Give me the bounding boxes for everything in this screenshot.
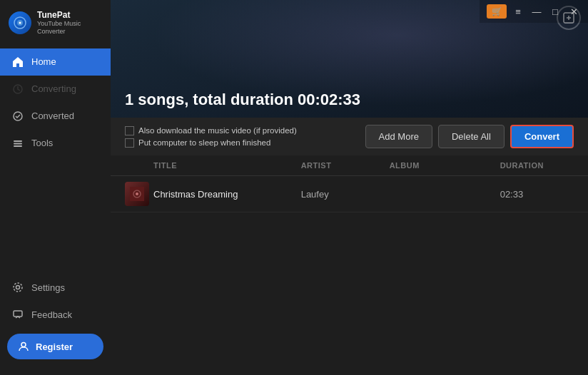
- svg-rect-10: [14, 311, 22, 317]
- track-thumb-cell: [125, 182, 153, 206]
- track-title-cell: Christmas Dreaming: [153, 189, 301, 200]
- cart-icon: 🛒: [492, 6, 502, 16]
- menu-icon: ≡: [515, 6, 521, 17]
- track-table: TITLE ARTIST ALBUM DURATION Chr: [111, 155, 588, 375]
- col-duration: DURATION: [500, 161, 574, 170]
- track-artist: Laufey: [301, 189, 329, 200]
- delete-all-button[interactable]: Delete All: [438, 125, 505, 148]
- app-title: TunePat: [37, 10, 102, 20]
- title-bar: 🛒 ≡ — □ ✕: [480, 0, 588, 23]
- minimize-button[interactable]: —: [529, 4, 544, 19]
- col-thumb: [125, 161, 153, 170]
- sidebar-item-converted-label: Converted: [31, 111, 74, 121]
- converting-icon: [11, 83, 24, 96]
- cart-button[interactable]: 🛒: [487, 4, 507, 19]
- sidebar-item-home-label: Home: [31, 56, 56, 67]
- feedback-icon: [11, 308, 24, 321]
- svg-point-8: [16, 286, 20, 289]
- register-icon: [17, 340, 30, 353]
- sidebar-item-converting-label: Converting: [31, 83, 76, 94]
- close-icon: ✕: [570, 6, 578, 17]
- sidebar-item-settings-label: Settings: [31, 282, 65, 293]
- checkbox-sleep-label: Put computer to sleep when finished: [138, 138, 270, 147]
- app-logo-icon: [9, 11, 31, 34]
- hero-title: 1 songs, total duration 00:02:33: [111, 91, 588, 118]
- logo-area: TunePat YouTube Music Converter: [0, 0, 111, 46]
- main-content: 🛒 ≡ — □ ✕ 1 songs, total duration 00:02:…: [111, 0, 588, 375]
- home-icon: [11, 56, 24, 68]
- sidebar-item-tools[interactable]: Tools: [0, 130, 111, 157]
- add-more-button[interactable]: Add More: [365, 125, 432, 148]
- sidebar-item-tools-label: Tools: [31, 138, 53, 148]
- register-label: Register: [36, 341, 73, 352]
- col-title: TITLE: [153, 161, 301, 170]
- menu-button[interactable]: ≡: [511, 4, 525, 19]
- track-duration-cell: 02:33: [500, 188, 574, 200]
- checkbox-download-video[interactable]: Also download the music video (if provid…: [125, 126, 357, 135]
- checkbox-download-video-box[interactable]: [125, 126, 134, 135]
- tools-icon: [11, 137, 24, 150]
- svg-rect-7: [14, 145, 22, 147]
- sidebar-item-converted[interactable]: Converted: [0, 103, 111, 130]
- svg-point-9: [14, 283, 22, 292]
- checkbox-sleep[interactable]: Put computer to sleep when finished: [125, 138, 357, 148]
- track-duration: 02:33: [500, 189, 524, 200]
- checkboxes: Also download the music video (if provid…: [125, 126, 357, 148]
- svg-point-2: [19, 21, 21, 24]
- maximize-icon: □: [552, 6, 558, 17]
- sidebar-item-home[interactable]: Home: [0, 48, 111, 76]
- checkbox-sleep-box[interactable]: [125, 138, 134, 148]
- track-title: Christmas Dreaming: [153, 189, 238, 200]
- thumb-image: [125, 182, 149, 206]
- svg-point-15: [136, 192, 138, 195]
- col-artist: ARTIST: [301, 161, 390, 170]
- action-buttons: Add More Delete All Convert: [365, 125, 574, 148]
- app-subtitle: YouTube Music Converter: [37, 20, 102, 36]
- track-thumbnail: [125, 182, 149, 206]
- logo-text: TunePat YouTube Music Converter: [37, 10, 102, 36]
- svg-rect-6: [14, 143, 22, 144]
- register-button[interactable]: Register: [7, 334, 103, 359]
- maximize-button[interactable]: □: [548, 4, 562, 19]
- table-header: TITLE ARTIST ALBUM DURATION: [111, 155, 588, 176]
- sidebar-item-feedback[interactable]: Feedback: [0, 301, 111, 328]
- sidebar-item-feedback-label: Feedback: [31, 309, 72, 320]
- nav-items: Home Converting Converted: [0, 46, 111, 274]
- sidebar-item-converting: Converting: [0, 76, 111, 103]
- converted-icon: [11, 110, 24, 123]
- sidebar: TunePat YouTube Music Converter Home Con…: [0, 0, 111, 375]
- svg-rect-5: [14, 140, 22, 142]
- minimize-icon: —: [532, 6, 542, 17]
- svg-point-11: [21, 343, 26, 347]
- controls-row: Also download the music video (if provid…: [111, 118, 588, 155]
- convert-button[interactable]: Convert: [510, 125, 574, 148]
- nav-bottom: Settings Feedback Register: [0, 274, 111, 375]
- checkbox-download-video-label: Also download the music video (if provid…: [138, 126, 297, 135]
- close-button[interactable]: ✕: [567, 4, 581, 19]
- track-artist-cell: Laufey: [301, 188, 390, 200]
- table-row[interactable]: Christmas Dreaming Laufey 02:33: [111, 176, 588, 212]
- settings-icon: [11, 281, 24, 294]
- col-album: ALBUM: [390, 161, 500, 170]
- sidebar-item-settings[interactable]: Settings: [0, 274, 111, 301]
